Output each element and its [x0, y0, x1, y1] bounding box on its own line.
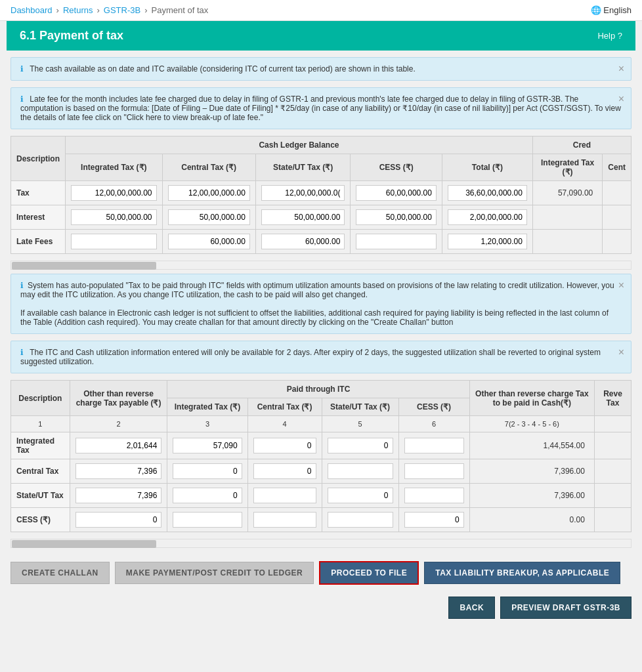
itc-int-c5-input[interactable] — [328, 438, 393, 453]
help-button[interactable]: Help ? — [597, 31, 622, 41]
row-interest-state[interactable] — [255, 205, 351, 230]
row2-cess-c3[interactable] — [167, 508, 247, 532]
row-latefees-state[interactable] — [255, 230, 351, 254]
itc-int-c4-input[interactable] — [253, 438, 316, 453]
itc-int-c6-input[interactable] — [404, 438, 464, 453]
row2-cess-label: CESS (₹) — [11, 508, 70, 532]
row2-state-c5[interactable] — [322, 484, 398, 508]
breadcrumb-gstr3b[interactable]: GSTR-3B — [104, 5, 140, 15]
row-latefees-integrated[interactable] — [66, 230, 163, 254]
language-selector[interactable]: 🌐 English — [591, 5, 631, 15]
itc-cent-c6-input[interactable] — [404, 463, 464, 479]
interest-cess-input[interactable] — [356, 209, 437, 225]
itc-state-c2-input[interactable] — [75, 488, 162, 503]
row2-integrated-c4[interactable] — [247, 432, 322, 459]
tax-integrated-input[interactable] — [71, 185, 157, 201]
itc-cess-c6-input[interactable] — [404, 512, 464, 528]
tax-cess-input[interactable] — [356, 185, 437, 201]
col-num-4: 4 — [247, 416, 322, 432]
itc-state-c4-input[interactable] — [253, 488, 316, 503]
breadcrumb-returns[interactable]: Returns — [63, 5, 93, 15]
row2-integrated-c3[interactable] — [167, 432, 247, 459]
table1-scrollbar[interactable] — [11, 261, 631, 270]
itc-state-c5-input[interactable] — [328, 488, 393, 503]
itc-cent-c2-input[interactable] — [75, 463, 162, 479]
itc-int-c3-input[interactable] — [173, 438, 242, 453]
row2-state-c3[interactable] — [167, 484, 247, 508]
row2-cess-c2[interactable] — [70, 508, 167, 532]
table-row: Tax 57,090.00 — [11, 181, 631, 205]
tax-central-input[interactable] — [168, 185, 250, 201]
interest-total-input[interactable] — [448, 209, 527, 225]
row-tax-cess[interactable] — [351, 181, 442, 205]
itc-int-c2-input[interactable] — [75, 438, 162, 453]
itc-cess-c3-input[interactable] — [173, 512, 242, 528]
interest-state-input[interactable] — [261, 209, 345, 225]
itc-cess-c2-input[interactable] — [75, 512, 162, 528]
itc-cent-c5-input[interactable] — [328, 463, 393, 479]
row-tax-integrated[interactable] — [66, 181, 163, 205]
row2-state-c4[interactable] — [247, 484, 322, 508]
interest-central-input[interactable] — [168, 209, 250, 225]
latefees-cess-input[interactable] — [356, 234, 437, 249]
row2-central-c6[interactable] — [398, 459, 469, 484]
interest-integrated-input[interactable] — [71, 209, 157, 225]
row-interest-cess[interactable] — [351, 205, 442, 230]
close-alert-2[interactable]: × — [618, 93, 624, 105]
row2-central-c5[interactable] — [322, 459, 398, 484]
itc-state-c3-input[interactable] — [173, 488, 242, 503]
row-tax-credit-int: 57,090.00 — [532, 181, 602, 205]
itc-state-c6-input[interactable] — [404, 488, 464, 503]
preview-draft-button[interactable]: PREVIEW DRAFT GSTR-3B — [500, 597, 631, 619]
col2-state-ut: State/UT Tax (₹) — [322, 398, 398, 416]
table2-scrollbar[interactable] — [11, 539, 631, 548]
col2-reve-tax: Reve Tax — [594, 381, 631, 416]
row2-cess-c5[interactable] — [322, 508, 398, 532]
row2-central-c3[interactable] — [167, 459, 247, 484]
tax-liability-button[interactable]: TAX LIABILITY BREAKUP, AS APPLICABLE — [424, 562, 620, 584]
row-interest-central[interactable] — [162, 205, 255, 230]
row-interest-integrated[interactable] — [66, 205, 163, 230]
close-alert-1[interactable]: × — [618, 63, 624, 75]
row-latefees-cess[interactable] — [351, 230, 442, 254]
col2-paid-itc: Paid through ITC — [167, 381, 469, 398]
page-header: 6.1 Payment of tax Help ? — [7, 21, 635, 51]
back-button[interactable]: BACK — [448, 597, 495, 619]
breadcrumb-dashboard[interactable]: Dashboard — [11, 5, 53, 15]
tax-total-input[interactable] — [448, 185, 527, 201]
row2-state-c6[interactable] — [398, 484, 469, 508]
proceed-to-file-button[interactable]: PROCEED TO FILE — [319, 561, 419, 585]
itc-cess-c4-input[interactable] — [253, 512, 316, 528]
close-alert-3[interactable]: × — [618, 280, 624, 291]
row-tax-central[interactable] — [162, 181, 255, 205]
close-alert-4[interactable]: × — [618, 346, 624, 358]
tax-state-input[interactable] — [261, 185, 345, 201]
row2-state-c2[interactable] — [70, 484, 167, 508]
itc-cent-c4-input[interactable] — [253, 463, 316, 479]
top-nav: Dashboard › Returns › GSTR-3B › Payment … — [0, 0, 642, 21]
row2-central-c2[interactable] — [70, 459, 167, 484]
make-payment-button[interactable]: MAKE PAYMENT/POST CREDIT TO LEDGER — [115, 562, 314, 584]
breadcrumb: Dashboard › Returns › GSTR-3B › Payment … — [11, 5, 208, 15]
row-tax-state[interactable] — [255, 181, 351, 205]
col-cash-ledger: Cash Ledger Balance — [66, 136, 533, 154]
latefees-central-input[interactable] — [168, 234, 250, 249]
button-row-1: CREATE CHALLAN MAKE PAYMENT/POST CREDIT … — [11, 556, 631, 590]
itc-cess-c5-input[interactable] — [328, 512, 393, 528]
info-icon-4: ℹ — [20, 348, 24, 357]
latefees-total-input[interactable] — [448, 234, 527, 249]
row2-integrated-c5[interactable] — [322, 432, 398, 459]
row-latefees-central[interactable] — [162, 230, 255, 254]
latefees-state-input[interactable] — [261, 234, 345, 249]
latefees-integrated-input[interactable] — [71, 234, 157, 249]
itc-cent-c3-input[interactable] — [173, 463, 242, 479]
row2-integrated-c6[interactable] — [398, 432, 469, 459]
row-interest-total[interactable] — [442, 205, 532, 230]
row2-integrated-c2[interactable] — [70, 432, 167, 459]
row-latefees-total[interactable] — [442, 230, 532, 254]
row2-central-c4[interactable] — [247, 459, 322, 484]
create-challan-button[interactable]: CREATE CHALLAN — [11, 562, 110, 584]
row2-cess-c4[interactable] — [247, 508, 322, 532]
row2-cess-c6[interactable] — [398, 508, 469, 532]
row-tax-total[interactable] — [442, 181, 532, 205]
